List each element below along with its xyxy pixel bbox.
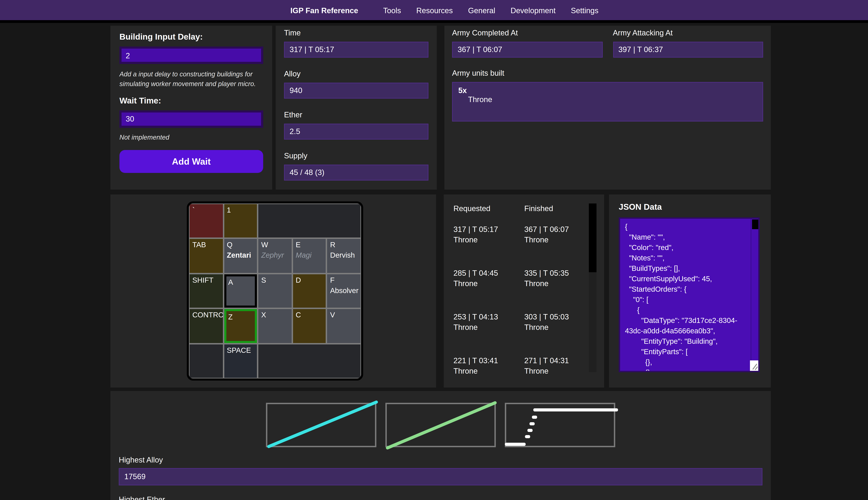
queue-row-requested: 317 | T 05:17Throne (454, 224, 524, 245)
time-value: 317 | T 05:17 (284, 42, 429, 58)
key-d[interactable]: D (292, 273, 327, 308)
key-backtick[interactable]: ` (189, 204, 223, 239)
highest-alloy-value: 17569 (119, 468, 763, 486)
alloy-value: 940 (284, 83, 429, 99)
json-text: { "Name": "", "Color": "red", "Notes": "… (625, 221, 749, 372)
queue-row-finished: 303 | T 05:03Throne (524, 312, 586, 333)
supply-label: Supply (284, 151, 429, 160)
key-empty-row1 (258, 204, 361, 239)
key-s[interactable]: S (258, 273, 292, 308)
ether-label: Ether (284, 111, 429, 119)
key-w-zephyr[interactable]: W Zephyr (258, 239, 292, 274)
json-data-title: JSON Data (619, 202, 761, 212)
highest-ether-label: Highest Ether (119, 495, 771, 500)
build-queue-panel: Requested Finished 317 | T 05:17Throne 3… (444, 194, 604, 387)
highest-alloy-label: Highest Alloy (119, 456, 771, 464)
finished-header: Finished (524, 204, 586, 214)
nav-item-tools[interactable]: Tools (383, 6, 401, 14)
key-z-active[interactable]: Z (223, 308, 258, 343)
app-root: IGP Fan Reference Tools Resources Genera… (0, 0, 868, 500)
top-nav: IGP Fan Reference Tools Resources Genera… (0, 0, 868, 23)
wait-time-hint: Not implemented (119, 133, 263, 141)
unit-label-zentari: Zentari (227, 251, 254, 260)
unit-name: Throne (458, 95, 757, 103)
key-1[interactable]: 1 (223, 204, 258, 239)
build-controls-panel: Building Input Delay: Add a input delay … (111, 26, 272, 190)
army-units-built-label: Army units built (452, 69, 763, 77)
supply-value: 45 / 48 (3) (284, 164, 429, 181)
queue-row-requested: 221 | T 03:41Throne (454, 355, 524, 376)
queue-scrollbar-thumb[interactable] (589, 204, 596, 272)
keyboard-grid: ` 1 TAB Q Zentari W Zephyr E Magi (187, 201, 363, 380)
resize-grip-icon[interactable] (750, 361, 758, 371)
json-scrollbar-track[interactable] (751, 219, 758, 371)
queue-row-requested: 253 | T 04:13Throne (454, 312, 524, 333)
army-completed-value: 367 | T 06:07 (452, 42, 602, 58)
building-input-delay-hint: Add a input delay to constructing buildi… (119, 69, 263, 89)
key-space[interactable]: SPACE (223, 343, 258, 378)
unit-label-magi: Magi (296, 251, 323, 260)
resources-panel: Time 317 | T 05:17 Alloy 940 Ether 2.5 S… (276, 26, 437, 190)
army-attacking-value: 397 | T 06:37 (613, 42, 763, 58)
army-attacking-label: Army Attacking At (613, 29, 763, 37)
queue-scrollbar-track[interactable] (589, 204, 596, 372)
alloy-label: Alloy (284, 69, 429, 78)
key-empty-row5-right (258, 343, 361, 378)
alloy-trend-chart (266, 403, 376, 447)
nav-item-general[interactable]: General (468, 6, 495, 14)
key-f-absolver[interactable]: F Absolver (327, 273, 361, 308)
key-r-dervish[interactable]: R Dervish (327, 239, 361, 274)
key-v[interactable]: V (327, 308, 361, 343)
json-scrollbar-thumb[interactable] (752, 219, 758, 229)
json-data-panel: JSON Data { "Name": "", "Color": "red", … (609, 194, 771, 387)
ether-trend-chart (385, 403, 496, 447)
app-title: IGP Fan Reference (290, 6, 358, 14)
key-x[interactable]: X (258, 308, 292, 343)
army-completed-label: Army Completed At (452, 29, 602, 37)
ether-value: 2.5 (284, 124, 429, 139)
nav-item-development[interactable]: Development (511, 6, 556, 14)
queue-row-finished: 271 | T 04:31Throne (524, 355, 586, 376)
army-units-built-box: 5x Throne (452, 82, 763, 122)
unit-label-absolver: Absolver (330, 286, 358, 295)
nav-item-settings[interactable]: Settings (571, 6, 598, 14)
key-control[interactable]: CONTROL (189, 308, 223, 343)
stats-panel: Highest Alloy 17569 Highest Ether (111, 391, 771, 500)
time-label: Time (284, 29, 429, 37)
chart-row (111, 403, 771, 447)
white-step-marks (505, 408, 618, 446)
unit-label-dervish: Dervish (330, 251, 358, 260)
wait-time-field[interactable] (119, 110, 263, 127)
unit-label-zephyr: Zephyr (261, 251, 289, 260)
wait-time-label: Wait Time: (119, 95, 263, 105)
json-textarea[interactable]: { "Name": "", "Color": "red", "Notes": "… (619, 217, 760, 372)
cyan-trend-line (269, 402, 376, 446)
supply-step-chart (505, 403, 615, 447)
unit-count: 5x (458, 86, 757, 94)
key-c[interactable]: C (292, 308, 327, 343)
key-empty-row5-left (189, 343, 223, 378)
key-a-selected[interactable]: A (223, 273, 258, 308)
key-shift[interactable]: SHIFT (189, 273, 223, 308)
queue-row-finished: 367 | T 06:07Throne (524, 224, 586, 245)
requested-header: Requested (454, 204, 524, 214)
add-wait-button[interactable]: Add Wait (119, 150, 263, 173)
building-input-delay-field[interactable] (119, 46, 263, 64)
key-tab[interactable]: TAB (189, 239, 223, 274)
build-queue-table: Requested Finished 317 | T 05:17Throne 3… (454, 204, 586, 387)
building-input-delay-label: Building Input Delay: (119, 32, 263, 42)
hotkey-grid-panel: ` 1 TAB Q Zentari W Zephyr E Magi (111, 194, 436, 387)
queue-row-requested: 285 | T 04:45Throne (454, 268, 524, 289)
key-e-magi[interactable]: E Magi (292, 239, 327, 274)
nav-item-resources[interactable]: Resources (416, 6, 453, 14)
key-q-zentari[interactable]: Q Zentari (223, 239, 258, 274)
queue-row-finished: 335 | T 05:35Throne (524, 268, 586, 289)
army-panel: Army Completed At 367 | T 06:07 Army Att… (444, 26, 771, 190)
green-trend-line (387, 403, 495, 448)
